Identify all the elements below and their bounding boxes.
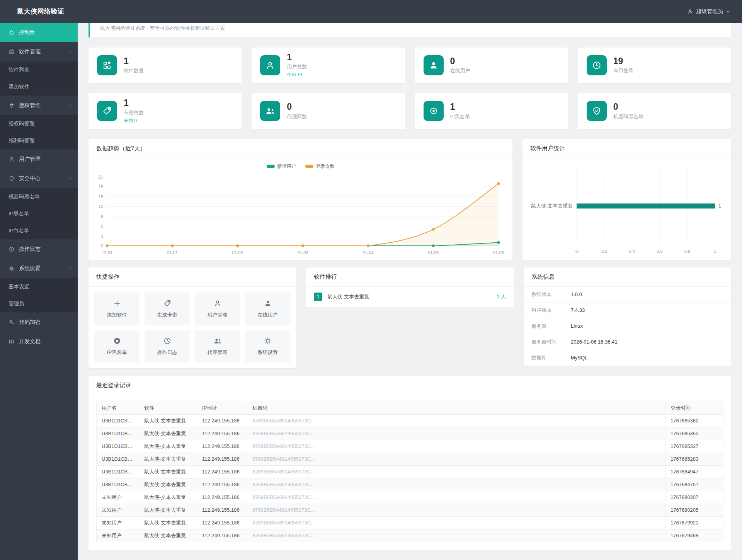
svg-text:9: 9: [101, 214, 103, 218]
sidebar-item-ip-blacklist[interactable]: IP黑名单: [0, 205, 78, 222]
trend-chart-title: 数据趋势（近7天）: [88, 139, 512, 158]
table-cell: 鼠大侠-文本去重复: [139, 529, 197, 542]
topbar: 鼠大侠网络验证 超级管理员: [0, 0, 742, 23]
sidebar-item-license-codes[interactable]: 授权码管理: [0, 115, 78, 132]
table-cell: U3B1D1CB8D7: [97, 427, 139, 440]
software-ranking-title: 软件排行: [306, 267, 514, 287]
sidebar-submenu-system-settings: 基本设置管理员: [0, 278, 78, 313]
stat-tile-today-logins: [587, 55, 607, 75]
system-info-body: 系统版本1.0.0PHP版本7.4.33服务器Linux服务器时间2026-01…: [524, 287, 731, 366]
app-title: 鼠大侠网络验证: [17, 7, 65, 16]
legend-item[interactable]: 新增用户: [267, 163, 296, 170]
sidebar-item-software[interactable]: 软件管理: [0, 42, 78, 61]
quick-action-label: IP黑名单: [107, 349, 127, 356]
stat-value: 1: [124, 98, 144, 108]
software-ranking-card: 软件排行 1鼠大侠-文本去重复1 人: [306, 267, 514, 307]
svg-text:0: 0: [575, 249, 578, 254]
quick-action-generate-card[interactable]: 生成卡密: [145, 293, 190, 325]
quick-action-label: 系统设置: [258, 349, 278, 356]
svg-text:01-03: 01-03: [297, 250, 308, 255]
sidebar-item-welfare-codes[interactable]: 福利码管理: [0, 132, 78, 149]
svg-text:0.2: 0.2: [601, 249, 607, 254]
table-cell: 112.249.155.186: [197, 465, 247, 478]
table-cell: 1767679921: [665, 516, 723, 529]
stat-tile-agent-count: [260, 101, 280, 121]
table-cell: 鼠大侠-文本去重复: [139, 465, 197, 478]
legend-marker: [305, 165, 313, 168]
stat-value: 0: [613, 102, 643, 112]
table-cell: 8769B5B5A6914055373C...: [247, 516, 665, 529]
quick-action-operation-logs[interactable]: 操作日志: [145, 330, 190, 363]
stat-value: 1: [287, 53, 307, 62]
software-users-chart-card: 软件用户统计 00.20.40.60.81鼠大侠-文本去重复1: [522, 139, 731, 260]
table-cell: 鼠大侠-文本去重复: [139, 516, 197, 529]
table-cell: 8769B5B5A6914055373C...: [247, 504, 665, 516]
quick-action-label: 代理管理: [208, 349, 228, 356]
quick-action-label: 操作日志: [157, 349, 177, 356]
table-cell: 8769B5B5A6914055373C...: [247, 491, 665, 504]
shield-check-icon: [592, 106, 602, 116]
quick-action-system-settings[interactable]: 系统设置: [245, 330, 290, 363]
sidebar-submenu-software: 软件列表添加软件: [0, 61, 78, 96]
users-icon: [265, 106, 275, 116]
user-icon: [213, 299, 222, 308]
sidebar-item-code-encrypt[interactable]: 代码加密: [0, 313, 78, 332]
legend-item[interactable]: 登录次数: [305, 163, 335, 170]
sidebar-item-security[interactable]: 安全中心: [0, 169, 78, 188]
quick-actions-grid: 添加软件生成卡密用户管理在线用户IP黑名单操作日志代理管理系统设置: [88, 287, 296, 368]
sidebar-item-license[interactable]: 授权管理: [0, 96, 78, 115]
table-row: U3B1D1CB8D7鼠大侠-文本去重复112.249.155.1868769B…: [97, 478, 723, 491]
sidebar-item-label: 开发文档: [19, 338, 41, 345]
table-cell: 112.249.155.186: [197, 440, 247, 453]
middle-row: 快捷操作 添加软件生成卡密用户管理在线用户IP黑名单操作日志代理管理系统设置 软…: [88, 267, 731, 368]
clock-icon: [163, 337, 172, 345]
stat-tile-online-users: [424, 55, 444, 75]
sidebar-item-dev-docs[interactable]: 开发文档: [0, 332, 78, 351]
stat-sublabel: 今日 +1: [287, 71, 307, 78]
sidebar-item-add-software[interactable]: 添加软件: [0, 78, 78, 95]
sidebar-submenu-license: 授权码管理福利码管理: [0, 115, 78, 150]
quick-action-agent-management[interactable]: 代理管理: [195, 330, 240, 363]
sidebar-item-ip-whitelist[interactable]: IP白名单: [0, 222, 78, 239]
trend-chart-card: 数据趋势（近7天） 新增用户登录次数 03691215182112-3101-0…: [88, 139, 512, 260]
table-cell: 8769B5B5A6914055373C...: [247, 465, 665, 478]
svg-text:18: 18: [99, 184, 103, 189]
sidebar-item-basic-settings[interactable]: 基本设置: [0, 278, 78, 295]
sidebar-item-users[interactable]: 用户管理: [0, 150, 78, 169]
clock-icon: [592, 60, 602, 70]
stat-label: 卡密总数: [124, 109, 144, 116]
quick-action-ip-blacklist[interactable]: IP黑名单: [94, 330, 140, 363]
user-icon: [9, 156, 15, 162]
chevron-up-icon: [68, 266, 72, 271]
sidebar-item-machine-blacklist[interactable]: 机器码黑名单: [0, 188, 78, 205]
table-cell: U3B1D1CB8D7: [97, 465, 139, 478]
cert-icon: [9, 102, 15, 109]
quick-action-label: 添加软件: [107, 311, 127, 318]
stat-card-machine-blacklist: 0机器码黑名单: [578, 93, 731, 129]
shield-icon: [9, 175, 15, 182]
quick-actions-title: 快捷操作: [88, 267, 296, 287]
welcome-subtitle: 鼠大侠网络验证系统 · 安全可靠的软件授权验证解决方案: [100, 25, 225, 32]
table-cell: 8769B5B5A6914055373C...: [247, 529, 665, 542]
table-row: U3B1D1CB8D7鼠大侠-文本去重复112.249.155.1868769B…: [97, 440, 723, 453]
sidebar-item-admins[interactable]: 管理员: [0, 295, 78, 312]
sidebar-item-operation-logs[interactable]: 操作日志: [0, 240, 78, 259]
quick-action-online-users[interactable]: 在线用户: [245, 293, 290, 325]
grid-icon: [102, 60, 112, 70]
svg-text:0.4: 0.4: [629, 249, 635, 254]
user-menu[interactable]: 超级管理员: [687, 8, 730, 15]
sidebar-item-software-list[interactable]: 软件列表: [0, 61, 78, 78]
chevron-up-icon: [68, 103, 72, 108]
rank-user-count: 1 人: [497, 293, 506, 300]
quick-action-add-software[interactable]: 添加软件: [94, 293, 140, 325]
quick-action-user-management[interactable]: 用户管理: [195, 293, 240, 325]
stat-label: IP黑名单: [450, 113, 470, 120]
table-cell: 1767680307: [665, 491, 723, 504]
table-cell: 1767684751: [665, 478, 723, 491]
sidebar-item-console[interactable]: 控制台: [0, 23, 78, 42]
table-cell: 1767685362: [665, 414, 723, 427]
stat-label: 今日登录: [613, 67, 633, 74]
chart-legend: 新增用户登录次数: [88, 163, 512, 170]
stat-label: 在线用户: [450, 67, 470, 74]
sidebar-item-system-settings[interactable]: 系统设置: [0, 259, 78, 278]
